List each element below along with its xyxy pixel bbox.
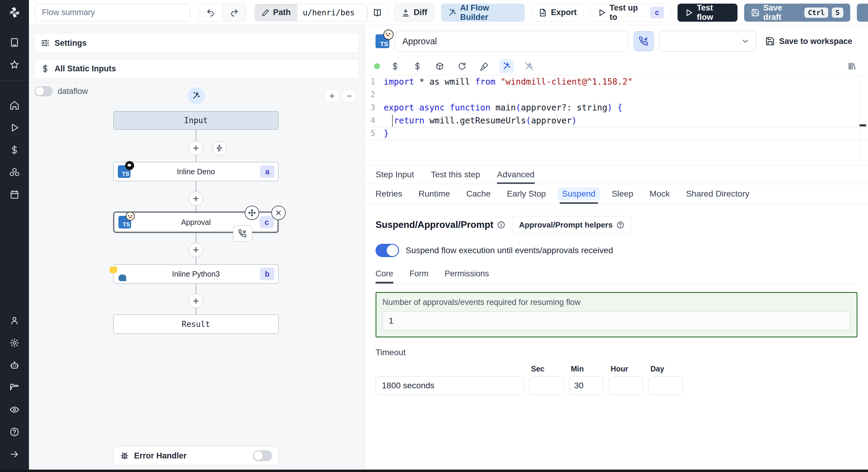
ai-off-button[interactable] [522,59,536,73]
code-editor[interactable]: 1import * as wmill from "windmill-client… [365,75,868,165]
folders-icon[interactable] [0,376,29,399]
favorites-star-icon[interactable] [0,54,29,76]
reload-button[interactable] [455,59,469,73]
ai-flow-builder-button[interactable]: AI Flow Builder [441,4,525,22]
deploy-button-partial[interactable] [857,4,868,22]
tab-advanced[interactable]: Advanced [497,166,535,183]
code-line[interactable]: 3export async function main(approver?: s… [365,101,868,114]
typescript-icon: TS [118,165,130,178]
undo-button[interactable] [199,4,222,21]
path-value-input[interactable]: u/henri/bes [298,4,367,21]
all-static-inputs-button[interactable]: All Static Inputs [34,59,359,78]
docs-book-button[interactable] [367,4,388,22]
chevron-down-icon [741,37,750,46]
lightning-icon [216,144,223,152]
suspend-phone-badge[interactable] [233,226,252,242]
zoom-out-button[interactable]: − [342,90,356,102]
user-icon[interactable] [0,309,29,332]
dollar-icon [41,64,50,73]
flow-settings-button[interactable]: Settings [34,33,359,53]
move-step-button[interactable] [245,206,259,220]
day-input[interactable] [649,376,683,395]
diff-button[interactable]: Diff [394,4,434,22]
suspend-toggle[interactable] [375,244,399,257]
format-button[interactable] [477,59,492,73]
inline-python-node[interactable]: Inline Python3 b [113,264,278,283]
tab-mock[interactable]: Mock [650,184,670,204]
audit-eye-icon[interactable] [0,399,29,421]
sec-input[interactable] [529,376,564,395]
add-step-button-1[interactable] [189,141,203,155]
approvals-required-input[interactable] [382,311,850,331]
save-to-workspace-button[interactable]: Save to workspace [765,36,852,46]
schedules-icon[interactable] [0,183,29,206]
suspend-phone-button[interactable] [634,31,654,51]
code-line[interactable]: 4 return wmill.getResumeUrls(approver) [365,114,868,127]
flow-summary-input[interactable] [35,4,190,21]
result-node[interactable]: Result [113,314,278,334]
add-step-button-2[interactable] [189,192,203,206]
code-line[interactable]: 2 [365,88,868,101]
resources-icon[interactable] [0,161,29,183]
flow-settings-label: Settings [55,38,87,48]
tab-runtime[interactable]: Runtime [418,184,450,204]
settings-gear-icon[interactable] [0,332,29,354]
save-draft-button[interactable]: Save draft Ctrl S [744,4,850,22]
redo-button[interactable] [222,4,246,21]
input-node[interactable]: Input [113,111,278,130]
subtab-permissions[interactable]: Permissions [445,269,489,283]
library-button[interactable] [844,59,859,73]
timeout-summary-input[interactable] [375,376,524,395]
book-icon [373,8,382,17]
expand-sidebar-icon[interactable] [0,443,29,465]
windmill-flow-editor: Path u/henri/bes Diff AI Flow Builder Ex… [0,0,868,472]
step-name-input[interactable] [395,31,628,52]
tab-cache[interactable]: Cache [466,184,491,204]
export-button[interactable]: Export [531,4,584,22]
code-line[interactable]: 1import * as wmill from "windmill-client… [365,75,868,88]
error-handler-node[interactable]: Error Handler [113,446,278,465]
workers-robot-icon[interactable] [0,354,29,376]
runs-icon[interactable] [0,116,29,139]
test-up-to-button[interactable]: Test up to c [590,4,671,22]
resources-dollar-button[interactable] [410,59,425,73]
error-handler-toggle[interactable] [253,450,272,461]
tab-sleep[interactable]: Sleep [612,184,633,204]
tab-step-input[interactable]: Step Input [375,166,414,183]
subtab-core[interactable]: Core [375,269,393,283]
tab-retries[interactable]: Retries [375,184,402,204]
all-static-inputs-label: All Static Inputs [55,64,116,73]
zoom-in-button[interactable]: + [325,90,339,102]
tab-early-stop[interactable]: Early Stop [507,184,546,204]
home-icon[interactable] [0,94,29,116]
script-version-select[interactable] [659,31,756,52]
dataflow-toggle[interactable] [35,86,53,96]
subtab-form[interactable]: Form [410,269,429,283]
package-button[interactable] [433,59,447,73]
test-flow-button[interactable]: Test flow [678,4,738,22]
min-input[interactable] [569,376,603,395]
tab-shared-directory[interactable]: Shared Directory [686,184,749,204]
ai-assist-button[interactable] [499,59,514,73]
add-trigger-button[interactable] [212,141,227,155]
tab-suspend[interactable]: Suspend [562,184,595,204]
add-step-button-3[interactable] [189,243,203,257]
ai-flow-builder-label: AI Flow Builder [460,3,518,22]
dataflow-label: dataflow [58,87,88,96]
ai-wand-button[interactable] [188,87,205,104]
code-line[interactable]: 5} [365,127,868,140]
variables-icon[interactable] [0,139,29,161]
hour-label: Hour [609,365,643,373]
inline-deno-node[interactable]: TS Inline Deno a [113,162,278,181]
step-tabs: Step Input Test this step Advanced [365,165,868,184]
delete-step-button[interactable] [271,206,286,220]
hour-input[interactable] [609,376,643,395]
help-icon[interactable] [0,421,29,443]
windmill-logo-icon[interactable] [7,5,22,19]
variables-dollar-button[interactable] [388,59,402,73]
workspace-icon[interactable] [0,31,29,54]
tab-test-this-step[interactable]: Test this step [431,166,480,183]
path-group[interactable]: Path u/henri/bes [255,4,367,21]
approval-prompt-helpers-button[interactable]: Approval/Prompt helpers [512,216,631,234]
add-step-button-4[interactable] [189,294,203,308]
